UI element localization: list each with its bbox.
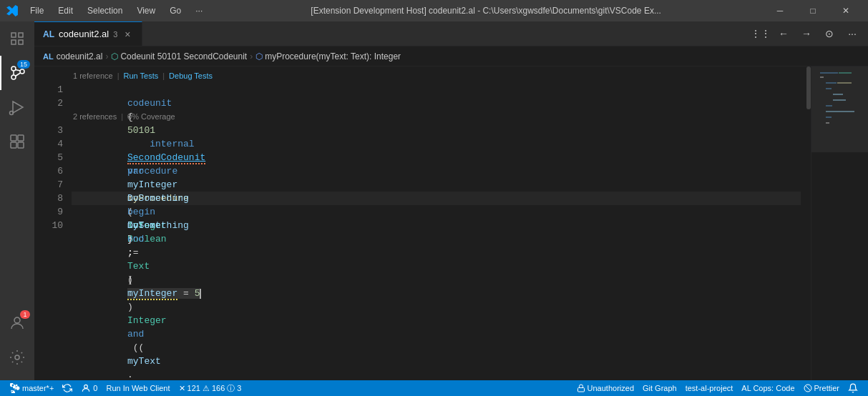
svg-rect-18 [826, 82, 837, 84]
status-notifications[interactable] [844, 380, 862, 396]
reference-hint-line2: 2 references | 0% Coverage [72, 110, 801, 124]
svg-rect-15 [820, 72, 838, 74]
titlebar: File Edit Selection View Go ··· [Extensi… [0, 0, 868, 21]
svg-point-27 [84, 385, 88, 388]
project-label: test-al-project [686, 384, 733, 392]
ref-count-1: 1 reference [73, 69, 113, 83]
activity-extensions[interactable] [0, 124, 34, 159]
status-project[interactable]: test-al-project [681, 380, 738, 396]
svg-rect-3 [19, 40, 23, 44]
activity-explorer[interactable] [0, 21, 34, 56]
window-title: [Extension Development Host] codeunit2.a… [214, 6, 758, 16]
svg-rect-12 [18, 142, 24, 148]
tab-modified: 3 [113, 30, 117, 39]
go-forward-button[interactable]: → [796, 24, 816, 44]
tab-codeunit2[interactable]: AL codeunit2.al 3 × [34, 21, 142, 46]
code-line-7: begin [72, 178, 801, 192]
run-web-label: Run In Web Client [106, 384, 170, 392]
svg-point-8 [10, 112, 14, 115]
code-line-6: DoSomething : Boolean ; [72, 164, 801, 178]
svg-rect-20 [826, 88, 832, 89]
status-prettier[interactable]: Prettier [799, 380, 844, 396]
menu-go[interactable]: Go [164, 4, 187, 17]
svg-rect-17 [820, 76, 824, 78]
svg-rect-28 [577, 388, 584, 392]
editor-area: AL codeunit2.al 3 × ⋮⋮ ← → ⊙ ··· AL code… [34, 21, 868, 380]
selected-text: myInteger = 5 [127, 288, 200, 299]
svg-marker-7 [13, 102, 23, 113]
more-actions-button[interactable]: ··· [842, 24, 862, 44]
activity-run[interactable] [0, 90, 34, 124]
maximize-button[interactable]: □ [796, 0, 829, 21]
menu-file[interactable]: File [24, 4, 49, 17]
svg-rect-26 [826, 122, 829, 124]
close-button[interactable]: ✕ [829, 0, 862, 21]
status-al-cops[interactable]: AL Cops: Code [737, 380, 799, 396]
code-line-4: var [72, 137, 801, 151]
activity-source-control[interactable]: 15 [0, 56, 34, 90]
menu-selection[interactable]: Selection [82, 4, 128, 17]
svg-point-14 [15, 355, 19, 360]
status-person[interactable]: 0 [77, 380, 102, 396]
branch-name: master*+ [22, 384, 54, 392]
code-line-8: DoSomething := ( myInteger = 5 ) and (( … [72, 192, 801, 205]
main-layout: 15 1 [0, 21, 868, 380]
status-errors[interactable]: ✕ 121 ⚠ 166 ⓘ 3 [175, 380, 246, 396]
minimize-button[interactable]: ─ [764, 0, 796, 21]
breadcrumb-file[interactable]: codeunit2.al [57, 51, 103, 61]
errors-count: 121 [187, 384, 200, 392]
status-branch[interactable]: master*+ [6, 380, 58, 396]
svg-point-4 [11, 66, 16, 71]
breadcrumb: AL codeunit2.al › ⬡ Codeunit 50101 Secon… [34, 46, 868, 66]
menu-more[interactable]: ··· [190, 4, 208, 17]
menu-bar: File Edit Selection View Go ··· [24, 4, 208, 17]
prettier-label: Prettier [814, 384, 839, 392]
debug-tests-link[interactable]: Debug Tests [169, 69, 213, 83]
svg-rect-16 [839, 72, 852, 74]
menu-edit[interactable]: Edit [52, 4, 79, 17]
code-line-1: codeunit 50101 SecondCodeunit [72, 83, 801, 96]
info-icon: ⓘ [227, 383, 235, 394]
split-editor-button[interactable]: ⋮⋮ [751, 24, 771, 44]
status-sync[interactable] [58, 380, 77, 396]
tab-bar: AL codeunit2.al 3 × ⋮⋮ ← → ⊙ ··· [34, 21, 868, 46]
svg-rect-23 [826, 105, 832, 107]
run-tests-link[interactable]: Run Tests [124, 69, 159, 83]
svg-rect-22 [833, 99, 846, 101]
tab-lang-label: AL [43, 29, 54, 39]
unauthorized-label: Unauthorized [587, 384, 634, 392]
svg-rect-25 [826, 117, 832, 118]
svg-rect-9 [11, 135, 16, 141]
go-back-button[interactable]: ← [774, 24, 794, 44]
activity-settings[interactable] [0, 340, 34, 375]
vscode-icon [6, 4, 19, 17]
source-control-badge: 15 [17, 60, 30, 69]
vertical-scrollbar[interactable] [801, 66, 811, 380]
status-git-graph[interactable]: Git Graph [638, 380, 681, 396]
code-editor[interactable]: 1 2 3 4 5 6 7 8 9 10 1 reference | Run T… [34, 66, 868, 380]
activity-account[interactable]: 1 [0, 306, 34, 340]
svg-rect-24 [826, 111, 854, 112]
warnings-icon: ⚠ [203, 384, 210, 393]
status-run-web[interactable]: Run In Web Client [102, 380, 174, 396]
svg-point-13 [14, 317, 20, 323]
svg-rect-0 [11, 33, 16, 37]
code-line-2: { [72, 96, 801, 110]
procedure-icon: ⬡ [255, 51, 263, 61]
open-changes-button[interactable]: ⊙ [819, 24, 839, 44]
kw-and: and [127, 329, 144, 340]
svg-point-5 [11, 75, 16, 79]
minimap [811, 66, 868, 380]
status-unauthorized[interactable]: Unauthorized [572, 380, 638, 396]
breadcrumb-procedure[interactable]: ⬡ myProcedure(myText: Text): Integer [255, 51, 401, 61]
tab-filename: codeunit2.al [59, 29, 109, 39]
code-line-3: internal procedure myProcedure ( myText … [72, 124, 801, 137]
menu-view[interactable]: View [131, 4, 161, 17]
svg-rect-2 [11, 40, 16, 44]
tab-close-button[interactable]: × [122, 29, 133, 40]
errors-icon: ✕ [179, 384, 185, 393]
breadcrumb-codeunit[interactable]: ⬡ Codeunit 50101 SecondCodeunit [111, 51, 247, 61]
activity-bar: 15 1 [0, 21, 34, 380]
code-content[interactable]: 1 reference | Run Tests | Debug Tests co… [69, 66, 801, 380]
code-line-5: myInteger : Integer ; [72, 151, 801, 164]
